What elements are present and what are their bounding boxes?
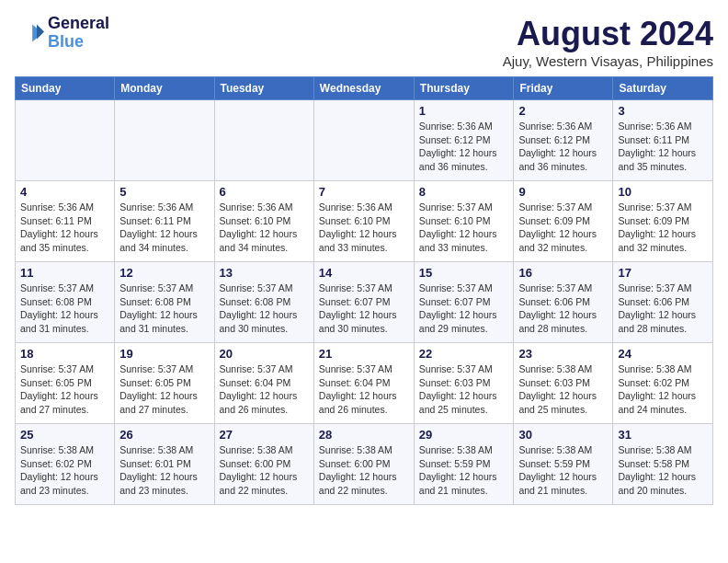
- day-number: 13: [220, 266, 309, 280]
- title-block: August 2024 Ajuy, Western Visayas, Phili…: [503, 15, 713, 69]
- calendar-cell: 18Sunrise: 5:37 AM Sunset: 6:05 PM Dayli…: [16, 343, 115, 424]
- day-info: Sunrise: 5:37 AM Sunset: 6:05 PM Dayligh…: [20, 362, 109, 417]
- day-info: Sunrise: 5:36 AM Sunset: 6:10 PM Dayligh…: [220, 201, 309, 255]
- calendar-cell: 27Sunrise: 5:38 AM Sunset: 6:00 PM Dayli…: [214, 424, 313, 505]
- day-info: Sunrise: 5:37 AM Sunset: 6:06 PM Dayligh…: [618, 282, 708, 336]
- day-number: 20: [220, 347, 309, 361]
- day-number: 29: [419, 428, 509, 442]
- day-info: Sunrise: 5:38 AM Sunset: 5:58 PM Dayligh…: [618, 443, 708, 498]
- calendar-cell: 10Sunrise: 5:37 AM Sunset: 6:09 PM Dayli…: [613, 181, 713, 262]
- day-info: Sunrise: 5:38 AM Sunset: 6:03 PM Dayligh…: [518, 362, 608, 417]
- weekday-header: Friday: [514, 77, 613, 100]
- calendar-cell: 31Sunrise: 5:38 AM Sunset: 5:58 PM Dayli…: [613, 424, 713, 505]
- day-number: 23: [518, 347, 608, 361]
- calendar-cell: 13Sunrise: 5:37 AM Sunset: 6:08 PM Dayli…: [214, 262, 313, 343]
- day-number: 9: [518, 185, 608, 199]
- calendar-cell: 20Sunrise: 5:37 AM Sunset: 6:04 PM Dayli…: [214, 343, 313, 424]
- day-number: 12: [119, 266, 209, 280]
- calendar-cell: 4Sunrise: 5:36 AM Sunset: 6:11 PM Daylig…: [16, 181, 115, 262]
- calendar-cell: 22Sunrise: 5:37 AM Sunset: 6:03 PM Dayli…: [414, 343, 514, 424]
- day-number: 24: [618, 347, 708, 361]
- day-info: Sunrise: 5:36 AM Sunset: 6:11 PM Dayligh…: [20, 201, 109, 255]
- day-number: 17: [618, 266, 708, 280]
- logo-icon: [15, 18, 44, 48]
- calendar-cell: 19Sunrise: 5:37 AM Sunset: 6:05 PM Dayli…: [115, 343, 214, 424]
- day-number: 5: [119, 185, 209, 199]
- day-number: 16: [518, 266, 608, 280]
- calendar-cell: 24Sunrise: 5:38 AM Sunset: 6:02 PM Dayli…: [613, 343, 713, 424]
- day-number: 4: [20, 185, 109, 199]
- calendar-cell: [313, 100, 414, 181]
- calendar-cell: 14Sunrise: 5:37 AM Sunset: 6:07 PM Dayli…: [313, 262, 414, 343]
- calendar-week-row: 1Sunrise: 5:36 AM Sunset: 6:12 PM Daylig…: [16, 100, 713, 181]
- calendar-cell: 2Sunrise: 5:36 AM Sunset: 6:12 PM Daylig…: [514, 100, 613, 181]
- calendar-cell: 21Sunrise: 5:37 AM Sunset: 6:04 PM Dayli…: [313, 343, 414, 424]
- calendar-table: SundayMondayTuesdayWednesdayThursdayFrid…: [15, 76, 713, 505]
- day-number: 21: [319, 347, 409, 361]
- day-number: 14: [319, 266, 409, 280]
- calendar-cell: 15Sunrise: 5:37 AM Sunset: 6:07 PM Dayli…: [414, 262, 514, 343]
- day-number: 26: [119, 428, 209, 442]
- calendar-cell: [115, 100, 214, 181]
- calendar-week-row: 18Sunrise: 5:37 AM Sunset: 6:05 PM Dayli…: [16, 343, 713, 424]
- day-number: 25: [20, 428, 109, 442]
- weekday-header: Tuesday: [214, 77, 313, 100]
- calendar-cell: 30Sunrise: 5:38 AM Sunset: 5:59 PM Dayli…: [514, 424, 613, 505]
- calendar-cell: 11Sunrise: 5:37 AM Sunset: 6:08 PM Dayli…: [16, 262, 115, 343]
- day-number: 7: [319, 185, 409, 199]
- day-info: Sunrise: 5:38 AM Sunset: 6:00 PM Dayligh…: [319, 443, 409, 498]
- calendar-cell: 9Sunrise: 5:37 AM Sunset: 6:09 PM Daylig…: [514, 181, 613, 262]
- calendar-week-row: 11Sunrise: 5:37 AM Sunset: 6:08 PM Dayli…: [16, 262, 713, 343]
- day-info: Sunrise: 5:38 AM Sunset: 6:02 PM Dayligh…: [618, 362, 708, 417]
- weekday-header: Saturday: [613, 77, 713, 100]
- calendar-body: 1Sunrise: 5:36 AM Sunset: 6:12 PM Daylig…: [16, 100, 713, 505]
- day-info: Sunrise: 5:37 AM Sunset: 6:07 PM Dayligh…: [319, 282, 409, 336]
- day-number: 2: [518, 104, 608, 118]
- day-number: 8: [419, 185, 509, 199]
- day-info: Sunrise: 5:37 AM Sunset: 6:08 PM Dayligh…: [119, 282, 209, 336]
- calendar-cell: 6Sunrise: 5:36 AM Sunset: 6:10 PM Daylig…: [214, 181, 313, 262]
- day-info: Sunrise: 5:37 AM Sunset: 6:04 PM Dayligh…: [220, 362, 309, 417]
- day-info: Sunrise: 5:38 AM Sunset: 5:59 PM Dayligh…: [518, 443, 608, 498]
- calendar-cell: 26Sunrise: 5:38 AM Sunset: 6:01 PM Dayli…: [115, 424, 214, 505]
- day-number: 22: [419, 347, 509, 361]
- day-info: Sunrise: 5:38 AM Sunset: 6:00 PM Dayligh…: [220, 443, 309, 498]
- day-info: Sunrise: 5:38 AM Sunset: 6:02 PM Dayligh…: [20, 443, 109, 498]
- day-number: 28: [319, 428, 409, 442]
- weekday-header: Thursday: [414, 77, 514, 100]
- day-number: 11: [20, 266, 109, 280]
- day-number: 1: [419, 104, 509, 118]
- day-info: Sunrise: 5:36 AM Sunset: 6:11 PM Dayligh…: [618, 120, 708, 174]
- calendar-header: SundayMondayTuesdayWednesdayThursdayFrid…: [16, 77, 713, 100]
- day-number: 10: [618, 185, 708, 199]
- weekday-row: SundayMondayTuesdayWednesdayThursdayFrid…: [16, 77, 713, 100]
- day-number: 30: [518, 428, 608, 442]
- day-info: Sunrise: 5:36 AM Sunset: 6:12 PM Dayligh…: [518, 120, 608, 174]
- day-number: 15: [419, 266, 509, 280]
- location: Ajuy, Western Visayas, Philippines: [503, 53, 713, 69]
- weekday-header: Monday: [115, 77, 214, 100]
- calendar-cell: [214, 100, 313, 181]
- calendar-cell: 7Sunrise: 5:36 AM Sunset: 6:10 PM Daylig…: [313, 181, 414, 262]
- day-info: Sunrise: 5:38 AM Sunset: 6:01 PM Dayligh…: [119, 443, 209, 498]
- day-info: Sunrise: 5:37 AM Sunset: 6:10 PM Dayligh…: [419, 201, 509, 255]
- day-info: Sunrise: 5:37 AM Sunset: 6:09 PM Dayligh…: [618, 201, 708, 255]
- logo-text: General Blue: [48, 15, 109, 52]
- logo: General Blue: [15, 15, 109, 52]
- calendar-cell: 29Sunrise: 5:38 AM Sunset: 5:59 PM Dayli…: [414, 424, 514, 505]
- day-info: Sunrise: 5:38 AM Sunset: 5:59 PM Dayligh…: [419, 443, 509, 498]
- day-info: Sunrise: 5:37 AM Sunset: 6:09 PM Dayligh…: [518, 201, 608, 255]
- weekday-header: Sunday: [16, 77, 115, 100]
- calendar-cell: [16, 100, 115, 181]
- page-header: General Blue August 2024 Ajuy, Western V…: [15, 15, 713, 69]
- day-number: 18: [20, 347, 109, 361]
- calendar-cell: 5Sunrise: 5:36 AM Sunset: 6:11 PM Daylig…: [115, 181, 214, 262]
- calendar-week-row: 25Sunrise: 5:38 AM Sunset: 6:02 PM Dayli…: [16, 424, 713, 505]
- day-info: Sunrise: 5:37 AM Sunset: 6:06 PM Dayligh…: [518, 282, 608, 336]
- day-number: 3: [618, 104, 708, 118]
- day-number: 27: [220, 428, 309, 442]
- calendar-cell: 17Sunrise: 5:37 AM Sunset: 6:06 PM Dayli…: [613, 262, 713, 343]
- day-info: Sunrise: 5:37 AM Sunset: 6:07 PM Dayligh…: [419, 282, 509, 336]
- calendar-cell: 25Sunrise: 5:38 AM Sunset: 6:02 PM Dayli…: [16, 424, 115, 505]
- calendar-cell: 23Sunrise: 5:38 AM Sunset: 6:03 PM Dayli…: [514, 343, 613, 424]
